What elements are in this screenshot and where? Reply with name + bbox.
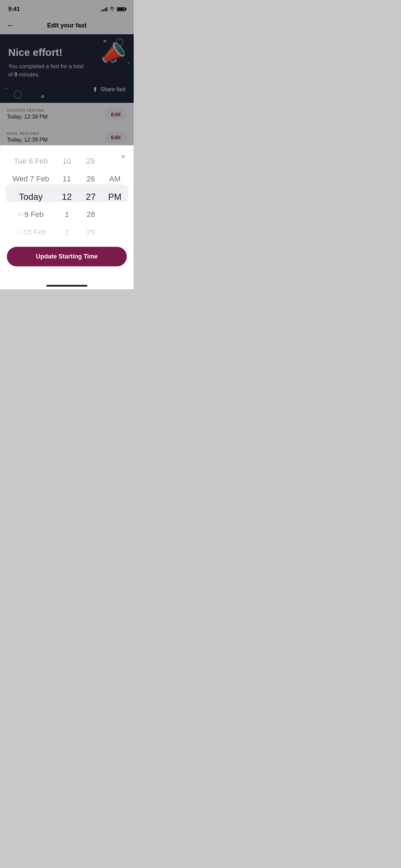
picker-day-item[interactable]: Tue 6 Feb [7,152,55,170]
picker-columns: Mon 5 Feb Tue 6 Feb Wed 7 Feb Today Fri … [0,145,134,241]
picker-minute-item[interactable]: 26 [79,170,103,188]
picker-minute-item[interactable]: 28 [79,206,103,224]
picker-minute-item[interactable]: 24 [79,145,103,152]
picker-minute-selected[interactable]: 27 [79,188,103,206]
update-starting-time-button[interactable]: Update Starting Time [7,247,127,266]
picker-hour-column[interactable]: 9 10 11 12 1 2 3 [55,145,79,241]
picker-hour-item[interactable]: 2 [55,224,79,241]
bottom-sheet: × Mon 5 Feb Tue 6 Feb Wed 7 Feb Today Fr… [0,145,134,289]
datetime-picker[interactable]: Mon 5 Feb Tue 6 Feb Wed 7 Feb Today Fri … [0,145,134,241]
picker-minute-column[interactable]: 24 25 26 27 28 29 30 [79,145,103,241]
picker-day-selected[interactable]: Today [7,188,55,206]
picker-day-column[interactable]: Mon 5 Feb Tue 6 Feb Wed 7 Feb Today Fri … [7,145,55,241]
picker-hour-item[interactable]: 10 [55,152,79,170]
close-icon: × [121,152,125,161]
picker-day-item[interactable]: Wed 7 Feb [7,170,55,188]
picker-hour-item[interactable]: 11 [55,170,79,188]
picker-minute-item[interactable]: 29 [79,224,103,241]
picker-am-item[interactable]: AM [103,170,127,188]
picker-hour-item[interactable]: 1 [55,206,79,224]
picker-day-item[interactable]: Mon 5 Feb [7,145,55,152]
close-button[interactable]: × [121,152,125,161]
picker-day-item[interactable]: Fri 9 Feb [7,206,55,224]
picker-day-item[interactable]: Sat 10 Feb [7,224,55,241]
home-indicator [46,285,87,287]
picker-minute-item[interactable]: 25 [79,152,103,170]
picker-pm-selected[interactable]: PM [103,188,127,206]
picker-hour-selected[interactable]: 12 [55,188,79,206]
picker-hour-item[interactable]: 9 [55,145,79,152]
